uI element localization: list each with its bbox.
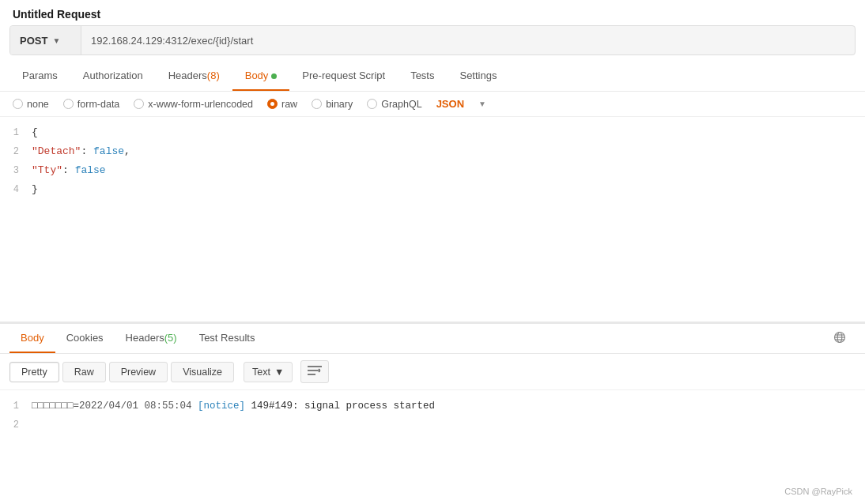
globe-icon[interactable]: [824, 325, 856, 352]
request-tabs: Params Authorization Headers(8) Body Pre…: [0, 62, 865, 92]
pretty-button[interactable]: Pretty: [9, 362, 59, 382]
text-format-arrow: ▼: [274, 367, 284, 378]
radio-circle-raw: [267, 99, 278, 109]
radio-circle-binary: [312, 99, 322, 109]
radio-circle-none: [13, 99, 23, 109]
response-section: Body Cookies Headers(5) Test Results: [0, 322, 865, 441]
preview-button[interactable]: Preview: [109, 362, 168, 382]
resp-tab-cookies[interactable]: Cookies: [55, 324, 115, 353]
resp-line-2: 2: [0, 416, 865, 434]
resp-tab-test-results[interactable]: Test Results: [188, 324, 266, 353]
tab-body[interactable]: Body: [232, 62, 290, 91]
body-type-row: none form-data x-www-form-urlencoded raw…: [0, 92, 865, 117]
resp-tab-body[interactable]: Body: [9, 324, 55, 353]
resp-tab-headers[interactable]: Headers(5): [115, 324, 188, 353]
raw-button[interactable]: Raw: [62, 362, 106, 382]
url-input[interactable]: [81, 35, 855, 47]
text-format-dropdown[interactable]: Text ▼: [244, 362, 293, 382]
tab-params[interactable]: Params: [9, 62, 70, 91]
resp-line-1: 1 □□□□□□□=2022/04/01 08:55:04 [notice] 1…: [0, 397, 865, 416]
radio-urlencoded[interactable]: x-www-form-urlencoded: [134, 99, 253, 110]
visualize-button[interactable]: Visualize: [171, 362, 234, 382]
method-chevron: ▼: [52, 36, 60, 45]
watermark: CSDN @RayPick: [784, 487, 852, 496]
radio-none[interactable]: none: [13, 99, 49, 110]
app-container: Untitled Request POST ▼ Params Authoriza…: [0, 0, 865, 504]
radio-circle-urlencoded: [134, 99, 144, 109]
format-label[interactable]: JSON: [436, 98, 464, 110]
body-active-dot: [271, 73, 277, 79]
method-label: POST: [20, 35, 47, 47]
code-line-3: 3 "Tty": false: [0, 161, 865, 180]
url-bar: POST ▼: [9, 25, 856, 55]
response-toolbar: Pretty Raw Preview Visualize Text ▼: [0, 354, 865, 390]
code-editor[interactable]: 1 { 2 "Detach": false, 3 "Tty": false 4 …: [0, 117, 865, 322]
radio-circle-graphql: [367, 99, 377, 109]
method-select[interactable]: POST ▼: [10, 26, 81, 55]
code-line-2: 2 "Detach": false,: [0, 142, 865, 161]
tab-settings[interactable]: Settings: [447, 62, 509, 91]
radio-circle-form-data: [63, 99, 74, 109]
radio-binary[interactable]: binary: [312, 99, 353, 110]
tab-tests[interactable]: Tests: [398, 62, 447, 91]
tab-pre-request-script[interactable]: Pre-request Script: [289, 62, 398, 91]
request-title: Untitled Request: [0, 0, 865, 25]
code-line-1: 1 {: [0, 123, 865, 142]
wrap-button[interactable]: [300, 360, 329, 383]
response-tabs: Body Cookies Headers(5) Test Results: [0, 324, 865, 354]
tab-headers[interactable]: Headers(8): [156, 62, 232, 91]
code-line-4: 4 }: [0, 180, 865, 199]
radio-raw[interactable]: raw: [267, 99, 297, 110]
tab-authorization[interactable]: Authorization: [70, 62, 156, 91]
radio-form-data[interactable]: form-data: [63, 99, 120, 110]
text-format-label: Text: [252, 367, 270, 378]
response-output: 1 □□□□□□□=2022/04/01 08:55:04 [notice] 1…: [0, 390, 865, 441]
radio-graphql[interactable]: GraphQL: [367, 99, 421, 110]
format-dropdown-arrow[interactable]: ▼: [478, 100, 486, 108]
